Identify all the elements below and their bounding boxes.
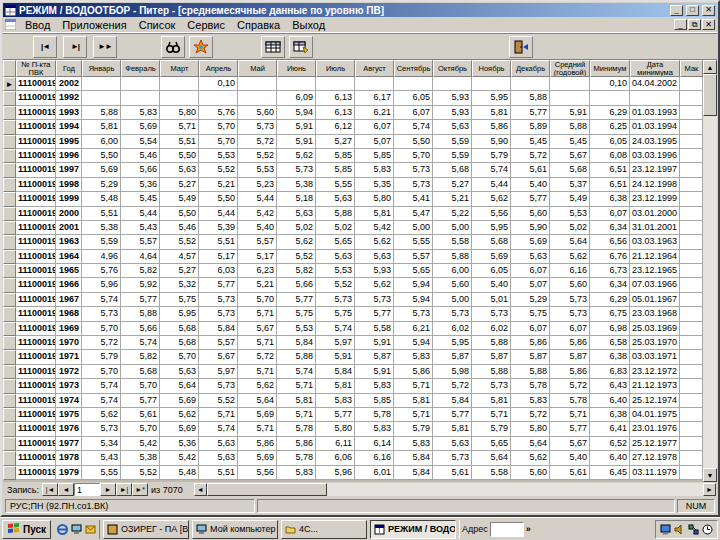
grid-cell[interactable]: 6,05 <box>394 91 433 105</box>
column-header[interactable]: Ноябрь <box>472 60 511 77</box>
grid-cell[interactable]: 5,74 <box>472 163 511 177</box>
grid-cell[interactable]: 5,69 <box>238 451 277 465</box>
grid-cell[interactable]: 11100019 <box>16 149 56 163</box>
grid-cell[interactable] <box>680 106 703 120</box>
grid-cell[interactable]: 5,66 <box>277 278 316 292</box>
grid-cell[interactable]: 5,75 <box>160 293 199 307</box>
grid-cell[interactable]: 5,73 <box>550 293 590 307</box>
grid-cell[interactable]: 5,61 <box>433 466 472 480</box>
grid-cell[interactable]: 5,21 <box>199 178 238 192</box>
column-header[interactable]: Июнь <box>277 60 316 77</box>
grid-cell[interactable]: 6,02 <box>433 322 472 336</box>
grid-cell[interactable]: 5,85 <box>355 149 394 163</box>
grid-cell[interactable]: 5,73 <box>394 307 433 321</box>
grid-cell[interactable]: 5,64 <box>472 451 511 465</box>
grid-cell[interactable]: 5,71 <box>238 365 277 379</box>
grid-cell[interactable]: 5,68 <box>121 365 160 379</box>
grid-cell[interactable]: 5,40 <box>550 451 590 465</box>
grid-cell[interactable]: 5,59 <box>433 135 472 149</box>
grid-cell[interactable]: 5,62 <box>550 250 590 264</box>
grid-cell[interactable]: 5,52 <box>199 163 238 177</box>
grid-cell[interactable]: 1963 <box>56 235 82 249</box>
grid-cell[interactable]: 1968 <box>56 307 82 321</box>
grid-cell[interactable] <box>680 91 703 105</box>
grid-cell[interactable]: 5,65 <box>394 264 433 278</box>
grid-cell[interactable]: 1967 <box>56 293 82 307</box>
grid-cell[interactable]: 5,73 <box>394 178 433 192</box>
column-header[interactable]: Октябрь <box>433 60 472 77</box>
grid-cell[interactable]: 5,27 <box>316 135 355 149</box>
grid-cell[interactable]: 5,70 <box>394 149 433 163</box>
grid-cell[interactable]: 5,44 <box>238 192 277 206</box>
grid-cell[interactable]: 03.01.2000 <box>630 207 680 221</box>
grid-cell[interactable]: 5,00 <box>433 293 472 307</box>
grid-cell[interactable]: 5,63 <box>511 250 550 264</box>
grid-cell[interactable]: 5,88 <box>121 307 160 321</box>
grid-cell[interactable] <box>680 394 703 408</box>
grid-cell[interactable] <box>433 77 472 91</box>
row-selector[interactable] <box>3 278 16 292</box>
grid-cell[interactable]: 5,73 <box>199 379 238 393</box>
task-button-4c[interactable]: 4С... <box>281 520 367 539</box>
grid-cell[interactable] <box>472 77 511 91</box>
row-selector[interactable] <box>3 106 16 120</box>
grid-cell[interactable]: 5,84 <box>277 336 316 350</box>
grid-cell[interactable]: 6,98 <box>590 322 630 336</box>
grid-cell[interactable]: 6,23 <box>238 264 277 278</box>
grid-cell[interactable]: 23.12.1972 <box>630 365 680 379</box>
grid-cell[interactable]: 5,40 <box>511 178 550 192</box>
grid-cell[interactable]: 5,71 <box>238 422 277 436</box>
grid-cell[interactable]: 5,89 <box>511 120 550 134</box>
grid-cell[interactable]: 23.12.1965 <box>630 264 680 278</box>
grid-cell[interactable]: 5,53 <box>550 207 590 221</box>
grid-cell[interactable]: 5,42 <box>238 207 277 221</box>
grid-cell[interactable]: 6,38 <box>590 408 630 422</box>
grid-cell[interactable]: 11100019 <box>16 91 56 105</box>
child-minimize-button[interactable]: _ <box>674 19 687 30</box>
grid-cell[interactable]: 6,51 <box>590 178 630 192</box>
grid-cell[interactable]: 11100019 <box>16 379 56 393</box>
grid-cell[interactable]: 5,98 <box>433 365 472 379</box>
horizontal-scroll-thumb[interactable] <box>207 483 327 496</box>
grid-cell[interactable]: 11100019 <box>16 322 56 336</box>
grid-cell[interactable]: 5,52 <box>316 278 355 292</box>
grid-cell[interactable]: 5,71 <box>238 336 277 350</box>
grid-cell[interactable]: 5,70 <box>160 350 199 364</box>
grid-cell[interactable]: 5,73 <box>199 293 238 307</box>
grid-cell[interactable]: 5,86 <box>472 120 511 134</box>
grid-cell[interactable] <box>680 250 703 264</box>
grid-cell[interactable]: 5,07 <box>511 278 550 292</box>
grid-cell[interactable]: 11100019 <box>16 394 56 408</box>
grid-cell[interactable]: 5,79 <box>472 422 511 436</box>
column-header[interactable]: Минимум <box>590 60 630 77</box>
grid-cell[interactable]: 1996 <box>56 149 82 163</box>
grid-cell[interactable]: 6,12 <box>316 120 355 134</box>
grid-cell[interactable]: 5,83 <box>394 437 433 451</box>
grid-cell[interactable] <box>680 293 703 307</box>
grid-cell[interactable]: 5,79 <box>82 350 121 364</box>
grid-cell[interactable] <box>680 408 703 422</box>
grid-cell[interactable]: 5,90 <box>511 221 550 235</box>
grid-cell[interactable]: 5,83 <box>355 163 394 177</box>
grid-cell[interactable]: 5,79 <box>472 149 511 163</box>
grid-cell[interactable]: 5,82 <box>121 350 160 364</box>
grid-cell[interactable]: 5,72 <box>511 149 550 163</box>
scroll-down-button[interactable]: ▼ <box>703 468 717 482</box>
grid-cell[interactable]: 5,88 <box>316 207 355 221</box>
grid-cell[interactable] <box>121 77 160 91</box>
grid-cell[interactable]: 5,73 <box>433 307 472 321</box>
column-header[interactable]: Август <box>355 60 394 77</box>
grid-cell[interactable]: 5,67 <box>199 350 238 364</box>
grid-cell[interactable]: 5,67 <box>238 322 277 336</box>
grid-cell[interactable]: 0,10 <box>199 77 238 91</box>
grid-cell[interactable]: 5,83 <box>355 379 394 393</box>
grid-cell[interactable]: 5,73 <box>277 163 316 177</box>
grid-cell[interactable]: 5,71 <box>550 408 590 422</box>
grid-cell[interactable]: 6,17 <box>355 91 394 105</box>
grid-cell[interactable]: 23.12.1997 <box>630 163 680 177</box>
grid-cell[interactable]: 5,70 <box>199 120 238 134</box>
grid-cell[interactable]: 1974 <box>56 394 82 408</box>
grid-cell[interactable]: 5,51 <box>199 466 238 480</box>
grid-cell[interactable]: 5,95 <box>472 91 511 105</box>
grid-cell[interactable]: 25.12.1977 <box>630 437 680 451</box>
